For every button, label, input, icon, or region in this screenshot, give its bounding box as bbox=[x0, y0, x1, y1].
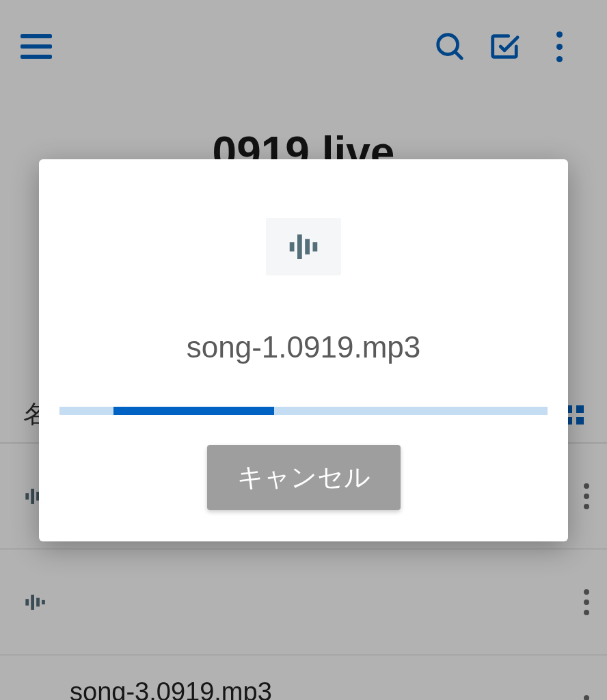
svg-rect-17 bbox=[313, 242, 318, 252]
progress-track bbox=[59, 407, 548, 415]
modal-overlay: song-1.0919.mp3 キャンセル bbox=[0, 0, 607, 700]
svg-rect-14 bbox=[290, 242, 295, 252]
audio-wave-icon bbox=[266, 218, 341, 275]
svg-rect-16 bbox=[305, 239, 310, 254]
svg-rect-15 bbox=[297, 234, 302, 259]
dialog-filename: song-1.0919.mp3 bbox=[187, 330, 420, 364]
progress-bar bbox=[113, 407, 275, 415]
cancel-button[interactable]: キャンセル bbox=[207, 445, 401, 510]
download-dialog: song-1.0919.mp3 キャンセル bbox=[39, 159, 568, 541]
